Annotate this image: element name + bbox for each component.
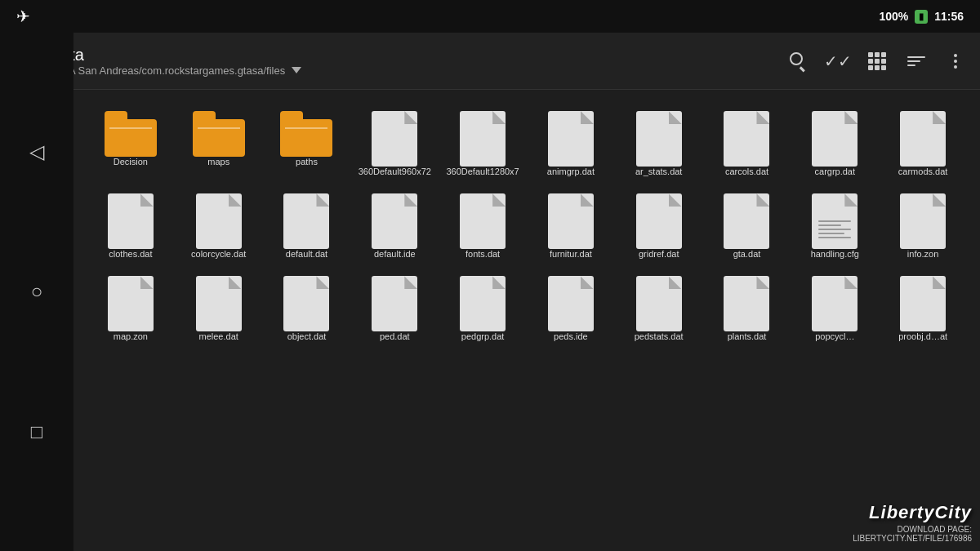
nav-back-icon[interactable]: ◁ xyxy=(20,136,53,168)
grid-view-button[interactable] xyxy=(866,50,889,73)
file-label: melee.dat xyxy=(199,331,238,342)
doc-icon xyxy=(900,111,946,167)
folder-path: …TA San Andreas/com.rockstargames.gtasa/… xyxy=(52,64,774,77)
nav-recent-icon[interactable]: □ xyxy=(20,415,53,448)
list-item[interactable]: Decision xyxy=(88,104,173,184)
doc-icon xyxy=(900,193,946,249)
folder-icon xyxy=(105,111,157,157)
file-label: paths xyxy=(296,157,318,167)
battery-percent: 100% xyxy=(879,10,908,23)
file-label: ped.dat xyxy=(380,331,410,342)
doc-icon xyxy=(636,193,682,249)
doc-icon xyxy=(636,111,682,167)
list-item[interactable]: pedstats.dat xyxy=(617,269,702,349)
file-grid: Decision maps paths 360Default960x72 xyxy=(82,98,972,356)
file-label: 360Default1280x7 xyxy=(446,167,519,177)
list-item[interactable]: melee.dat xyxy=(176,269,261,349)
list-item[interactable]: gridref.dat xyxy=(617,187,702,266)
list-item[interactable]: object.dat xyxy=(265,269,350,349)
more-icon xyxy=(954,54,957,69)
doc-icon xyxy=(108,193,154,249)
list-item[interactable]: default.ide xyxy=(352,187,437,266)
list-item[interactable]: carcols.dat xyxy=(705,104,790,184)
doc-icon xyxy=(372,111,417,167)
doc-icon xyxy=(724,276,769,331)
folder-title: data xyxy=(52,46,774,64)
list-item[interactable]: 360Default1280x7 xyxy=(440,104,525,184)
file-label: proobj.d…at xyxy=(898,331,947,342)
file-label: peds.ide xyxy=(554,331,588,342)
sort-button[interactable] xyxy=(905,50,928,73)
file-label: ar_stats.dat xyxy=(635,167,682,177)
list-item[interactable]: ar_stats.dat xyxy=(617,104,702,184)
list-item[interactable]: clothes.dat xyxy=(88,187,173,266)
watermark-logo: LibertyCity xyxy=(853,502,972,523)
sort-icon xyxy=(907,56,925,66)
list-item[interactable]: maps xyxy=(176,104,261,184)
folder-icon xyxy=(193,111,245,157)
toolbar-actions: ✓✓ xyxy=(787,50,967,73)
file-label: handling.cfg xyxy=(811,249,859,260)
doc-icon xyxy=(548,111,594,167)
clock: 11:56 xyxy=(934,10,964,23)
list-item[interactable]: furnitur.dat xyxy=(528,187,613,266)
search-icon xyxy=(790,52,803,65)
file-label: gridref.dat xyxy=(639,249,679,260)
doc-icon xyxy=(812,111,858,167)
status-left: ✈ xyxy=(16,7,30,26)
doc-icon xyxy=(812,276,858,331)
list-item[interactable]: proobj.d…at xyxy=(880,269,965,349)
doc-icon xyxy=(548,276,594,331)
file-label: carmods.dat xyxy=(898,167,948,177)
list-item[interactable]: info.zon xyxy=(880,187,965,266)
list-item[interactable]: cargrp.dat xyxy=(792,104,877,184)
nav-home-icon[interactable]: ○ xyxy=(20,275,53,308)
main-content: Decision maps paths 360Default960x72 xyxy=(74,90,980,551)
list-item[interactable]: paths xyxy=(265,104,350,184)
doc-icon xyxy=(724,193,769,249)
list-item[interactable]: carmods.dat xyxy=(880,104,965,184)
list-item[interactable]: fonts.dat xyxy=(440,187,525,266)
watermark-url: LIBERTYCITY.NET/FILE/176986 xyxy=(853,534,972,543)
list-item[interactable]: handling.cfg xyxy=(792,187,877,266)
folder-icon xyxy=(280,111,332,157)
file-label: gta.dat xyxy=(733,249,761,260)
list-item[interactable]: popcycl… xyxy=(792,269,877,349)
list-item[interactable]: gta.dat xyxy=(705,187,790,266)
airplane-icon: ✈ xyxy=(16,7,30,26)
grid-view-icon xyxy=(868,52,886,70)
file-label: cargrp.dat xyxy=(815,167,856,177)
file-label: plants.dat xyxy=(728,331,767,342)
toolbar-title-area: data …TA San Andreas/com.rockstargames.g… xyxy=(52,46,774,77)
list-item[interactable]: 360Default960x72 xyxy=(352,104,437,184)
file-label: popcycl… xyxy=(815,331,854,342)
doc-icon xyxy=(196,193,242,249)
battery-icon: ▮ xyxy=(915,10,928,24)
watermark-download-label: DOWNLOAD PAGE: xyxy=(853,525,972,534)
doc-icon xyxy=(460,276,506,331)
list-item[interactable]: pedgrp.dat xyxy=(440,269,525,349)
file-label: clothes.dat xyxy=(109,249,152,260)
doc-icon xyxy=(372,276,417,331)
list-item[interactable]: plants.dat xyxy=(705,269,790,349)
file-label: fonts.dat xyxy=(466,249,500,260)
status-right: 100% ▮ 11:56 xyxy=(879,10,964,24)
file-label: map.zon xyxy=(114,331,148,342)
search-button[interactable] xyxy=(787,50,810,73)
list-item[interactable]: ped.dat xyxy=(352,269,437,349)
file-label: default.dat xyxy=(286,249,327,260)
doc-icon xyxy=(460,111,506,167)
doc-icon xyxy=(636,276,682,331)
list-item[interactable]: colorcycle.dat xyxy=(176,187,261,266)
path-dropdown-arrow[interactable] xyxy=(292,67,301,73)
list-item[interactable]: peds.ide xyxy=(528,269,613,349)
more-button[interactable] xyxy=(944,50,967,73)
list-item[interactable]: map.zon xyxy=(88,269,173,349)
watermark: LibertyCity DOWNLOAD PAGE: LIBERTYCITY.N… xyxy=(853,502,972,543)
list-item[interactable]: animgrp.dat xyxy=(528,104,613,184)
list-item[interactable]: default.dat xyxy=(265,187,350,266)
status-bar: ✈ 100% ▮ 11:56 xyxy=(0,0,980,33)
doc-icon xyxy=(108,276,154,331)
file-label: object.dat xyxy=(287,331,327,342)
select-all-button[interactable]: ✓✓ xyxy=(826,50,849,73)
